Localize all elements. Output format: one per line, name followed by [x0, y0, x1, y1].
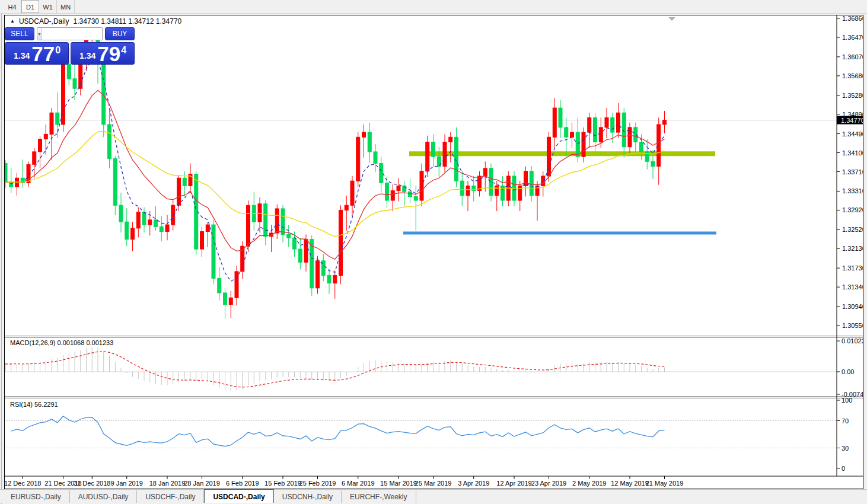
chart-tab-usdcnh-daily[interactable]: USDCNH-,Daily — [274, 490, 342, 503]
symbol-title: USDCAD-,Daily — [19, 17, 69, 25]
buy-price-button[interactable]: 1.34 79 4 — [71, 42, 135, 65]
svg-text:3 Apr 2019: 3 Apr 2019 — [458, 480, 489, 487]
svg-text:6 Mar 2019: 6 Mar 2019 — [342, 480, 375, 487]
svg-text:1.33310: 1.33310 — [842, 187, 863, 194]
svg-text:23 Apr 2019: 23 Apr 2019 — [531, 480, 566, 487]
svg-text:1.34490: 1.34490 — [842, 130, 863, 138]
chart-tab-usdcad-daily[interactable]: USDCAD-,Daily — [204, 489, 273, 503]
svg-text:1.30550: 1.30550 — [842, 322, 863, 329]
chart-tab-eurusd-daily[interactable]: EURUSD-,Daily — [2, 490, 70, 503]
svg-text:1.31340: 1.31340 — [842, 283, 863, 291]
sell-price-big: 77 — [31, 45, 55, 63]
svg-text:0.010229: 0.010229 — [842, 337, 863, 344]
svg-text:1.32920: 1.32920 — [842, 206, 863, 213]
svg-text:100: 100 — [842, 397, 852, 404]
svg-text:12 Dec 2018: 12 Dec 2018 — [4, 480, 41, 487]
svg-text:6 Feb 2019: 6 Feb 2019 — [226, 480, 259, 487]
svg-text:12 Apr 2019: 12 Apr 2019 — [496, 480, 531, 487]
timeframe-button-mn[interactable]: MN — [57, 0, 75, 13]
svg-text:1.35680: 1.35680 — [842, 72, 863, 79]
volume-stepper: ▼ ▲ — [37, 27, 103, 40]
svg-text:2 May 2019: 2 May 2019 — [572, 480, 606, 487]
svg-text:28 Jan 2019: 28 Jan 2019 — [184, 480, 220, 487]
timeframe-button-d1[interactable]: D1 — [21, 0, 39, 13]
svg-text:1.36470: 1.36470 — [842, 34, 863, 41]
svg-text:1.35280: 1.35280 — [842, 92, 863, 99]
svg-text:0.00: 0.00 — [842, 368, 854, 375]
macd-label: MACD(12,26,9) 0.001068 0.001233 — [10, 339, 113, 346]
svg-text:1.30940: 1.30940 — [842, 303, 863, 310]
sell-price-button[interactable]: 1.34 77 0 — [5, 42, 69, 65]
chart-tab-usdchf-daily[interactable]: USDCHF-,Daily — [137, 490, 204, 503]
svg-text:25 Mar 2019: 25 Mar 2019 — [415, 480, 452, 487]
svg-text:18 Jan 2019: 18 Jan 2019 — [149, 480, 186, 487]
sell-price-small: 1.34 — [14, 51, 30, 60]
svg-text:15 Mar 2019: 15 Mar 2019 — [380, 480, 417, 487]
one-click-trading-panel: SELL ▼ ▲ BUY 1.34 77 0 1.34 79 4 — [5, 27, 135, 65]
svg-text:1.32520: 1.32520 — [842, 226, 863, 233]
svg-text:25 Feb 2019: 25 Feb 2019 — [299, 480, 336, 487]
collapse-arrow-icon: ▲ — [10, 18, 15, 24]
svg-text:1.36860: 1.36860 — [842, 15, 863, 22]
svg-text:0: 0 — [842, 465, 845, 472]
rsi-label: RSI(14) 56.2291 — [10, 401, 58, 408]
svg-text:21 May 2019: 21 May 2019 — [646, 480, 684, 487]
buy-price-small: 1.34 — [79, 51, 95, 60]
svg-text:1.34770: 1.34770 — [841, 117, 863, 124]
sell-button[interactable]: SELL — [5, 27, 34, 40]
buy-price-sup: 4 — [121, 45, 126, 56]
timeframe-button-w1[interactable]: W1 — [39, 0, 57, 13]
chart-tab-audusd-daily[interactable]: AUDUSD-,Daily — [70, 490, 138, 503]
volume-input[interactable] — [42, 28, 103, 40]
price-chart[interactable]: 12 Dec 201821 Dec 201831 Dec 20189 Jan 2… — [4, 15, 863, 489]
svg-text:15 Feb 2019: 15 Feb 2019 — [264, 480, 301, 487]
buy-price-big: 79 — [97, 45, 120, 63]
svg-text:1.32130: 1.32130 — [842, 245, 863, 252]
mt4-chart-window: H4D1W1MN 12 Dec 201821 Dec 201831 Dec 20… — [0, 0, 867, 504]
volume-decrease-button[interactable]: ▼ — [37, 28, 42, 40]
svg-text:12 May 2019: 12 May 2019 — [611, 480, 649, 487]
sell-price-sup: 0 — [55, 45, 60, 56]
svg-text:1.33710: 1.33710 — [842, 168, 863, 176]
svg-text:1.34100: 1.34100 — [842, 149, 863, 157]
timeframe-button-h4[interactable]: H4 — [4, 0, 21, 13]
svg-text:9 Jan 2019: 9 Jan 2019 — [111, 480, 143, 487]
svg-text:31 Dec 2018: 31 Dec 2018 — [74, 480, 110, 487]
chart-tab-eurchf-weekly[interactable]: EURCHF-,Weekly — [342, 490, 416, 503]
buy-button[interactable]: BUY — [105, 27, 135, 40]
chart-title: ▲ USDCAD-,Daily 1.34730 1.34811 1.34712 … — [10, 17, 181, 25]
svg-text:70: 70 — [842, 417, 849, 425]
svg-text:1.31730: 1.31730 — [842, 264, 863, 272]
ohlc-quotes: 1.34730 1.34811 1.34712 1.34770 — [74, 17, 182, 25]
timeframe-toolbar: H4D1W1MN — [0, 0, 867, 14]
window-left-border — [1, 0, 2, 504]
svg-text:30: 30 — [842, 445, 849, 452]
chart-tab-bar: EURUSD-,DailyAUDUSD-,DailyUSDCHF-,DailyU… — [0, 489, 867, 503]
svg-text:1.36070: 1.36070 — [842, 53, 863, 60]
